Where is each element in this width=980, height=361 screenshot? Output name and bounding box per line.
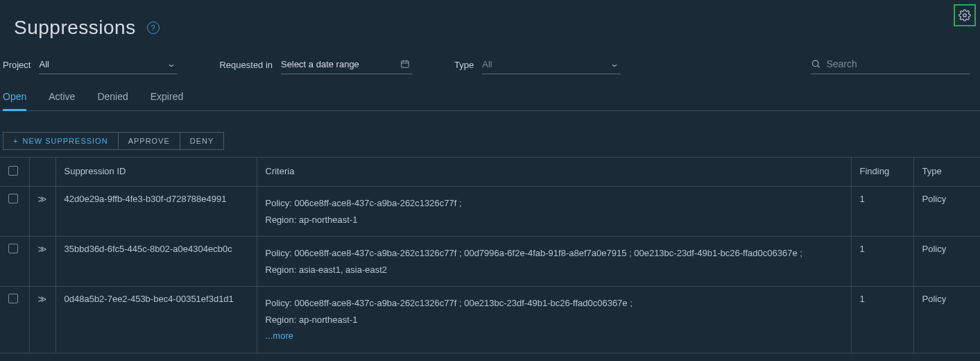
requested-in-label: Requested in [219, 60, 273, 70]
gear-icon [958, 9, 971, 22]
criteria-policy: Policy: 006ce8ff-ace8-437c-a9ba-262c1326… [266, 296, 843, 310]
expand-row-icon[interactable]: >> [38, 294, 44, 305]
type-cell: Policy [913, 287, 980, 353]
tab-denied[interactable]: Denied [97, 85, 128, 111]
select-all-checkbox[interactable] [8, 166, 18, 176]
svg-point-5 [812, 60, 818, 66]
table-row: >>42d0e29a-9ffb-4fe3-b30f-d728788e4991Po… [0, 187, 980, 237]
suppressions-table: Suppression ID Criteria Finding Type >>4… [0, 157, 980, 353]
criteria-cell: Policy: 006ce8ff-ace8-437c-a9ba-262c1326… [257, 237, 851, 287]
row-checkbox[interactable] [8, 294, 18, 303]
type-select-value: All [482, 59, 492, 69]
search-field[interactable] [811, 56, 970, 74]
expand-row-icon[interactable]: >> [38, 194, 44, 205]
row-checkbox[interactable] [8, 244, 18, 253]
suppression-id-cell: 42d0e29a-9ffb-4fe3-b30f-d728788e4991 [55, 187, 257, 237]
search-icon [811, 58, 820, 69]
type-select[interactable]: All ⌄ [482, 56, 621, 74]
table-row: >>0d48a5b2-7ee2-453b-bec4-00351ef3d1d1Po… [0, 287, 980, 353]
approve-button[interactable]: APPROVE [119, 132, 180, 150]
help-icon[interactable]: ? [147, 22, 160, 34]
chevron-down-icon: ⌄ [610, 59, 619, 69]
svg-rect-1 [402, 61, 409, 67]
col-type[interactable]: Type [913, 158, 980, 187]
expand-header [29, 158, 55, 187]
criteria-region: Region: asia-east1, asia-east2 [266, 263, 843, 277]
criteria-policy: Policy: 006ce8ff-ace8-437c-a9ba-262c1326… [266, 196, 843, 210]
tab-active[interactable]: Active [49, 85, 75, 111]
page-title: Suppressions [14, 17, 136, 39]
chevron-down-icon: ⌄ [166, 59, 176, 69]
finding-cell: 1 [851, 187, 913, 237]
row-checkbox[interactable] [8, 194, 18, 203]
criteria-region: Region: ap-northeast-1 [266, 213, 843, 227]
new-suppression-button[interactable]: + NEW SUPPRESSION [3, 132, 119, 150]
search-input[interactable] [826, 58, 970, 69]
col-suppression-id[interactable]: Suppression ID [55, 158, 257, 187]
type-cell: Policy [913, 237, 980, 287]
col-finding[interactable]: Finding [851, 158, 913, 187]
criteria-region: Region: ap-northeast-1 [266, 313, 843, 327]
more-link[interactable]: ...more [266, 330, 293, 341]
tab-open[interactable]: Open [3, 85, 26, 111]
criteria-policy: Policy: 006ce8ff-ace8-437c-a9ba-262c1326… [266, 246, 843, 260]
deny-button[interactable]: DENY [180, 132, 225, 150]
criteria-cell: Policy: 006ce8ff-ace8-437c-a9ba-262c1326… [257, 187, 851, 237]
calendar-icon [400, 59, 410, 69]
project-select-value: All [39, 59, 49, 69]
suppression-id-cell: 0d48a5b2-7ee2-453b-bec4-00351ef3d1d1 [55, 287, 257, 353]
expand-row-icon[interactable]: >> [38, 244, 44, 255]
suppression-id-cell: 35bbd36d-6fc5-445c-8b02-a0e4304ecb0c [55, 237, 257, 287]
plus-icon: + [13, 137, 18, 145]
date-range-placeholder: Select a date range [281, 59, 359, 69]
finding-cell: 1 [851, 287, 913, 353]
project-select[interactable]: All ⌄ [39, 56, 178, 74]
project-filter-label: Project [3, 60, 31, 70]
tab-expired[interactable]: Expired [151, 85, 183, 111]
finding-cell: 1 [851, 237, 913, 287]
type-cell: Policy [913, 187, 980, 237]
new-suppression-label: NEW SUPPRESSION [22, 137, 108, 145]
status-tabs: Open Active Denied Expired [0, 85, 980, 111]
criteria-cell: Policy: 006ce8ff-ace8-437c-a9ba-262c1326… [257, 287, 851, 353]
svg-line-6 [818, 66, 820, 68]
date-range-picker[interactable]: Select a date range [281, 56, 413, 74]
type-filter-label: Type [454, 60, 474, 70]
svg-point-0 [963, 14, 967, 17]
col-criteria[interactable]: Criteria [257, 158, 851, 187]
table-row: >>35bbd36d-6fc5-445c-8b02-a0e4304ecb0cPo… [0, 237, 980, 287]
settings-gear-button[interactable] [954, 4, 976, 26]
